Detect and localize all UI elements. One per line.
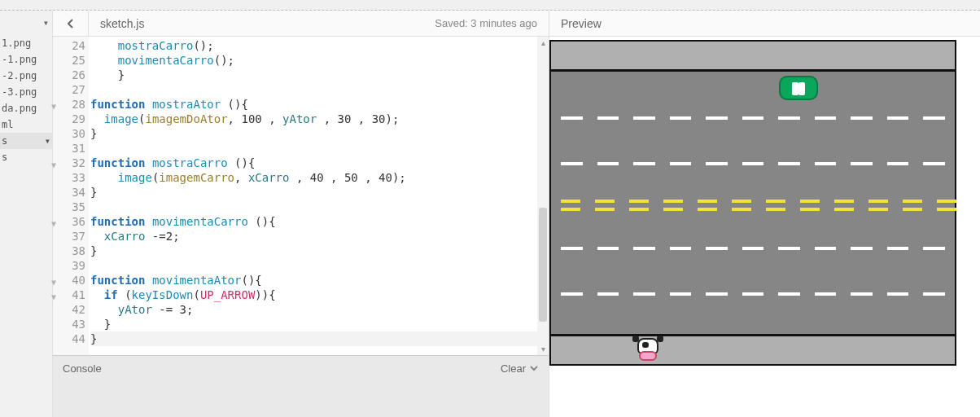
preview-header: Preview bbox=[549, 11, 980, 37]
cow-actor-sprite bbox=[634, 338, 662, 362]
editor-tabbar: sketch.js Saved: 3 minutes ago bbox=[53, 11, 549, 37]
sidebar-file[interactable]: s bbox=[0, 149, 52, 165]
console-panel: Console Clear bbox=[53, 355, 549, 417]
line-number: 32▼ bbox=[53, 156, 89, 170]
code-line[interactable]: yAtor -= 3; bbox=[90, 302, 537, 317]
chevron-left-icon bbox=[66, 19, 76, 29]
sidebar-file[interactable]: 1.png bbox=[0, 35, 52, 51]
editor-scrollbar[interactable]: ▴ ▾ bbox=[537, 37, 549, 355]
active-tab-filename[interactable]: sketch.js bbox=[89, 17, 155, 30]
line-number: 34 bbox=[53, 185, 89, 200]
line-number: 30 bbox=[53, 126, 89, 141]
line-number: 31 bbox=[53, 141, 89, 156]
line-number: 44 bbox=[53, 331, 89, 346]
line-number: 29 bbox=[53, 112, 89, 126]
console-clear-label: Clear bbox=[501, 362, 526, 375]
sidebar-file[interactable]: -3.png bbox=[0, 84, 52, 100]
code-line[interactable]: image(imagemDoAtor, 100 , yAtor , 30 , 3… bbox=[90, 112, 537, 126]
sidebar-file[interactable]: da.png bbox=[0, 100, 52, 116]
line-number: 25 bbox=[53, 53, 89, 68]
code-line[interactable]: function movimentaAtor(){ bbox=[90, 273, 537, 288]
lane-line-1 bbox=[561, 116, 945, 120]
road-shoulder-top bbox=[551, 42, 955, 69]
code-line[interactable]: if (keyIsDown(UP_ARROW)){ bbox=[90, 288, 537, 302]
code-area[interactable]: mostraCarro(); movimentaCarro(); }functi… bbox=[89, 37, 537, 355]
code-line[interactable]: function mostraAtor (){ bbox=[90, 97, 537, 112]
car-sprite bbox=[779, 76, 818, 100]
lane-line-4 bbox=[561, 292, 945, 296]
line-number: 40▼ bbox=[53, 273, 89, 288]
road-shoulder-bottom bbox=[551, 336, 955, 364]
sidebar-file[interactable]: -1.png bbox=[0, 51, 52, 68]
scroll-thumb[interactable] bbox=[539, 208, 547, 322]
console-clear-button[interactable]: Clear bbox=[501, 362, 539, 375]
chevron-down-icon bbox=[529, 363, 539, 373]
code-editor[interactable]: 2425262728▼29303132▼33343536▼37383940▼41… bbox=[53, 37, 549, 355]
line-number: 37 bbox=[53, 229, 89, 244]
line-number: 35 bbox=[53, 200, 89, 214]
code-line[interactable]: } bbox=[90, 317, 537, 331]
code-line[interactable] bbox=[90, 82, 537, 97]
code-line[interactable]: } bbox=[90, 126, 537, 141]
code-line[interactable]: } bbox=[90, 331, 537, 346]
preview-column: Preview bbox=[549, 11, 980, 417]
line-number: 38 bbox=[53, 244, 89, 258]
line-number: 41▼ bbox=[53, 288, 89, 302]
code-line[interactable] bbox=[90, 200, 537, 214]
editor-column: sketch.js Saved: 3 minutes ago 242526272… bbox=[52, 11, 549, 417]
window-top-strip bbox=[0, 0, 980, 11]
sidebar-file[interactable]: ml bbox=[0, 116, 52, 133]
code-line[interactable]: movimentaCarro(); bbox=[90, 53, 537, 68]
line-number: 39 bbox=[53, 258, 89, 273]
code-line[interactable]: function mostraCarro (){ bbox=[90, 156, 537, 170]
line-number: 24 bbox=[53, 38, 89, 53]
code-line[interactable]: image(imagemCarro, xCarro , 40 , 50 , 40… bbox=[90, 170, 537, 185]
sketch-canvas bbox=[549, 40, 956, 366]
preview-label: Preview bbox=[561, 17, 602, 30]
back-button[interactable] bbox=[53, 11, 89, 36]
code-line[interactable]: } bbox=[90, 68, 537, 82]
code-line[interactable]: xCarro -=2; bbox=[90, 229, 537, 244]
code-line[interactable] bbox=[90, 258, 537, 273]
code-line[interactable]: } bbox=[90, 244, 537, 258]
code-line[interactable]: function movimentaCarro (){ bbox=[90, 214, 537, 229]
code-line[interactable]: mostraCarro(); bbox=[90, 38, 537, 53]
line-number: 36▼ bbox=[53, 214, 89, 229]
sidebar-dropdown[interactable]: ▾ bbox=[0, 11, 52, 35]
line-number: 43 bbox=[53, 317, 89, 331]
app-root: ▾ 1.png-1.png-2.png-3.pngda.pngmls▾s ske… bbox=[0, 11, 980, 417]
line-number: 27 bbox=[53, 82, 89, 97]
code-line[interactable]: } bbox=[90, 185, 537, 200]
sidebar-file[interactable]: s▾ bbox=[0, 133, 52, 149]
lane-line-2 bbox=[561, 162, 945, 165]
scroll-down-icon[interactable]: ▾ bbox=[537, 345, 549, 353]
line-number: 26 bbox=[53, 68, 89, 82]
line-number: 33 bbox=[53, 170, 89, 185]
center-divider bbox=[561, 200, 945, 211]
console-label: Console bbox=[63, 362, 102, 375]
lane-line-3 bbox=[561, 247, 945, 250]
code-line[interactable] bbox=[90, 141, 537, 156]
save-status: Saved: 3 minutes ago bbox=[435, 17, 549, 29]
line-gutter: 2425262728▼29303132▼33343536▼37383940▼41… bbox=[53, 37, 89, 355]
road-edge-line bbox=[551, 69, 955, 72]
sidebar-file[interactable]: -2.png bbox=[0, 68, 52, 84]
scroll-up-icon[interactable]: ▴ bbox=[537, 38, 549, 47]
line-number: 28▼ bbox=[53, 97, 89, 112]
chevron-down-icon: ▾ bbox=[45, 135, 50, 147]
line-number: 42 bbox=[53, 302, 89, 317]
file-sidebar: ▾ 1.png-1.png-2.png-3.pngda.pngmls▾s bbox=[0, 11, 52, 417]
